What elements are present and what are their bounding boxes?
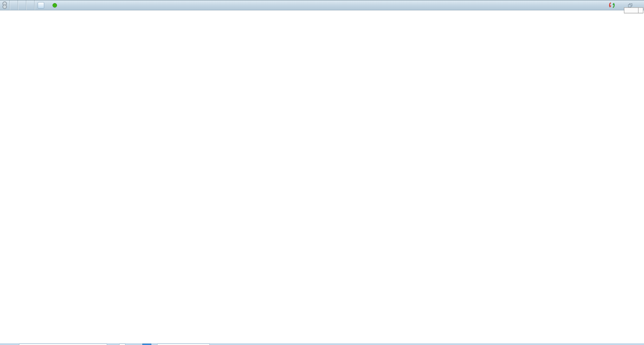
last-volume-box [624, 8, 638, 13]
link-windows-button[interactable] [0, 0, 9, 10]
chart-overlays [0, 10, 644, 345]
cutoff-field [157, 344, 210, 345]
restore-button[interactable] [628, 3, 632, 7]
instrument-dropdown[interactable] [10, 0, 18, 10]
timeframe-dropdown[interactable] [18, 0, 26, 10]
toolbar [0, 0, 644, 10]
sync-icon[interactable] [608, 2, 616, 9]
cutoff-field [19, 344, 107, 345]
cutoff-field [119, 344, 125, 345]
info-icon[interactable] [38, 2, 44, 9]
chart-area[interactable] [0, 10, 644, 345]
cutoff-button [142, 344, 151, 345]
bottom-panel-cutoff [0, 343, 644, 345]
units-dropdown[interactable] [26, 0, 34, 10]
link-icon [2, 2, 7, 9]
feed-status-icon [53, 3, 57, 8]
copyright [3, 302, 6, 307]
